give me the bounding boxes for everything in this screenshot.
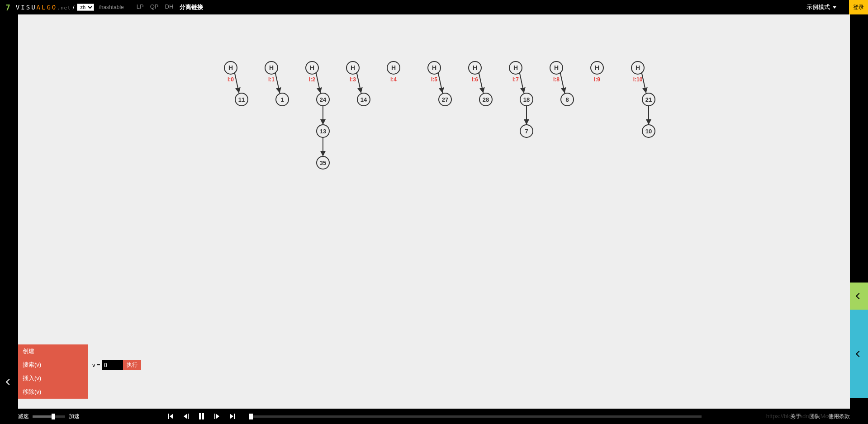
speed-slider[interactable] [33,415,65,418]
chevron-down-icon [833,6,836,9]
svg-text:13: 13 [320,128,326,135]
bucket-index-label: i:2 [309,76,315,83]
chain-edge [519,72,524,93]
chain-edge [438,72,442,93]
svg-text:14: 14 [360,96,367,103]
chain-edge [560,72,564,93]
chain-node[interactable]: 11 [235,93,248,106]
svg-text:H: H [595,64,599,71]
svg-text:8: 8 [565,96,569,103]
brand-visu: VISU [16,4,37,11]
codetrace-panel-toggle[interactable] [850,310,868,398]
mode-dropdown[interactable]: 示例模式 [806,3,836,11]
bucket-index-label: i:3 [350,76,356,83]
bucket-head[interactable]: H [265,61,278,74]
chevron-left-icon [856,350,862,357]
chain-edge [316,72,320,93]
slash-separator: / [73,4,75,11]
bucket-index-label: i:5 [431,76,437,83]
bucket-head[interactable]: H [631,61,644,74]
value-input-row: v = 执行 [92,360,141,370]
left-panel-toggle[interactable] [0,366,18,398]
step-back-button[interactable] [182,412,190,420]
login-button[interactable]: 登录 [849,0,868,14]
svg-text:1: 1 [280,96,284,103]
bucket-head[interactable]: H [469,61,481,74]
tab-qp[interactable]: QP [150,3,159,11]
chain-node[interactable]: 21 [642,93,655,106]
progress-bar[interactable] [249,415,702,418]
bucket-head[interactable]: H [509,61,522,74]
bucket-index-label: i:7 [512,76,519,83]
header-logo-number: 7 [5,3,10,12]
language-select[interactable]: zh [77,4,94,11]
svg-text:10: 10 [645,128,652,135]
progress-thumb[interactable] [249,414,253,419]
chain-node[interactable]: 14 [357,93,370,106]
fast-label: 加速 [69,413,80,420]
footer-team[interactable]: 团队 [809,413,820,420]
bucket-index-label: i:9 [594,76,600,83]
chain-node[interactable]: 1 [276,93,289,106]
chain-node[interactable]: 7 [520,125,533,137]
playback-bar: 减速 加速 关于 团队 使用条款 [0,409,868,424]
menu-remove[interactable]: 移除(v) [18,385,88,399]
status-panel-toggle[interactable] [850,283,868,310]
svg-text:35: 35 [320,160,326,166]
chain-node[interactable]: 13 [317,125,329,137]
svg-text:7: 7 [525,128,528,135]
bucket-head[interactable]: H [591,61,603,74]
svg-text:H: H [473,64,477,71]
bucket-index-label: i:8 [553,76,560,83]
svg-text:27: 27 [442,96,448,103]
top-header: 7 VISUALGO.net / zh /hashtable LP QP DH … [0,0,868,14]
bucket-index-label: i:6 [472,76,478,83]
page-path[interactable]: /hashtable [99,4,123,10]
execute-button[interactable]: 执行 [123,360,141,370]
skip-to-end-button[interactable] [228,412,237,420]
value-input[interactable] [102,360,123,370]
footer-terms[interactable]: 使用条款 [828,413,850,420]
bucket-index-label: i:4 [390,76,397,83]
pause-button[interactable] [198,412,206,420]
bucket-head[interactable]: H [224,61,237,74]
brand-name[interactable]: VISUALGO.net [16,4,71,11]
chain-node[interactable]: 24 [317,93,329,106]
chain-node[interactable]: 35 [317,156,329,169]
visualization-canvas: Hi:011Hi:11Hi:2241335Hi:314Hi:4Hi:527Hi:… [18,14,850,409]
svg-text:11: 11 [238,96,245,103]
chain-node[interactable]: 18 [520,93,533,106]
footer-links: 关于 团队 使用条款 [790,413,850,420]
chain-node[interactable]: 28 [479,93,492,106]
step-forward-button[interactable] [213,412,221,420]
brand-net: .net [57,5,71,11]
menu-insert[interactable]: 插入(v) [18,372,88,385]
tab-dh[interactable]: DH [165,3,174,11]
chain-node[interactable]: 10 [642,125,655,137]
slow-label: 减速 [18,413,29,420]
chain-edge [234,72,239,93]
bucket-head[interactable]: H [428,61,441,74]
menu-create[interactable]: 创建 [18,344,88,358]
chain-node[interactable]: 27 [439,93,451,106]
slider-thumb[interactable] [52,414,55,419]
playback-controls [167,412,702,420]
bucket-head[interactable]: H [387,61,400,74]
menu-search[interactable]: 搜索(v) [18,358,88,372]
svg-text:H: H [351,64,355,71]
tab-separate-chaining[interactable]: 分离链接 [180,3,203,11]
footer-about[interactable]: 关于 [790,413,801,420]
bucket-index-label: i:10 [633,76,643,83]
chain-edge [356,72,361,93]
chain-node[interactable]: 8 [561,93,574,106]
svg-text:H: H [636,64,640,71]
chevron-left-icon [6,379,12,385]
bucket-head[interactable]: H [550,61,563,74]
bucket-head[interactable]: H [306,61,318,74]
tab-lp[interactable]: LP [137,3,144,11]
svg-text:24: 24 [320,96,327,103]
svg-text:H: H [513,64,518,71]
skip-to-start-button[interactable] [167,412,175,420]
bucket-head[interactable]: H [346,61,359,74]
svg-text:21: 21 [645,96,652,103]
